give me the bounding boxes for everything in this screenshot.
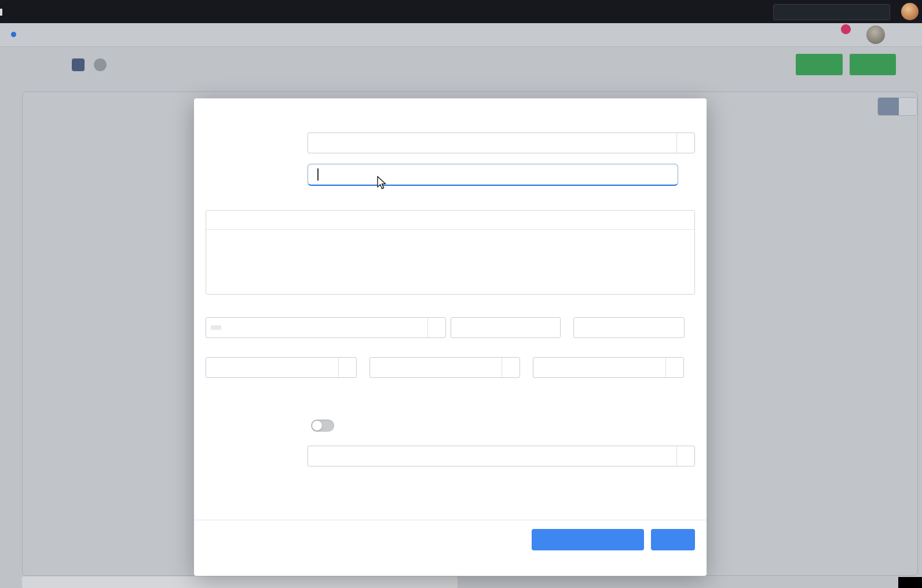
- mouse-cursor: [376, 176, 389, 190]
- due-date-input[interactable]: [573, 317, 685, 338]
- description-editor[interactable]: [206, 210, 695, 295]
- milestone-select[interactable]: [533, 357, 684, 378]
- priority-select[interactable]: [369, 357, 520, 378]
- custom-fields-select[interactable]: [308, 446, 695, 466]
- recurrence-toggle[interactable]: [311, 420, 334, 432]
- create-and-add-another-button[interactable]: [532, 529, 644, 550]
- cancel-button[interactable]: [486, 529, 522, 550]
- start-date-input[interactable]: [451, 317, 561, 338]
- text-caret: [317, 168, 319, 181]
- screen: [0, 0, 922, 588]
- chevron-down-icon[interactable]: [502, 358, 519, 377]
- toggle-baseline-button[interactable]: [899, 98, 917, 115]
- assigned-to-select[interactable]: [206, 317, 446, 338]
- chevron-down-icon[interactable]: [676, 446, 694, 466]
- chevron-down-icon[interactable]: [427, 318, 445, 337]
- add-task-modal: [194, 98, 707, 576]
- assignee-chip: [211, 325, 221, 330]
- create-button[interactable]: [651, 529, 695, 550]
- chevron-down-icon[interactable]: [665, 358, 683, 377]
- footer-divider: [194, 520, 707, 520]
- toggle-actual-button[interactable]: [878, 98, 899, 115]
- recording-timer: [898, 577, 922, 588]
- task-list-select[interactable]: [308, 133, 695, 153]
- status-select[interactable]: [206, 357, 357, 378]
- title-input[interactable]: [308, 164, 678, 186]
- toggle-knob: [312, 421, 322, 431]
- gantt-mode-toggle: [877, 97, 917, 116]
- chevron-down-icon[interactable]: [338, 358, 356, 377]
- editor-toolbar: [206, 211, 694, 230]
- chevron-down-icon[interactable]: [676, 133, 694, 153]
